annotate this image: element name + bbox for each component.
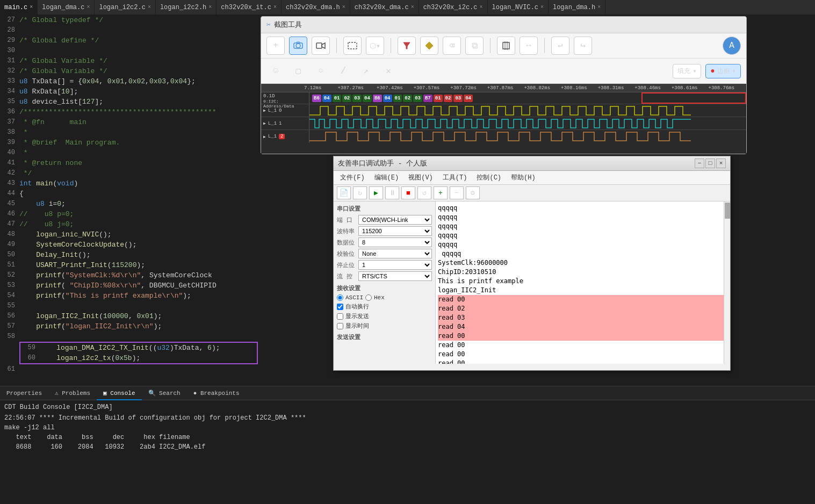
tab-breakpoints[interactable]: ● Breakpoints — [187, 386, 246, 400]
circle-shape-button[interactable]: ○ — [312, 62, 330, 80]
code-line-59: 59 logan_DMA_I2C2_TX_Init((u32)TxData, 6… — [20, 343, 257, 353]
add-button[interactable]: + — [266, 37, 285, 55]
close-icon[interactable]: × — [30, 4, 33, 10]
line-shape-button[interactable]: / — [334, 62, 352, 80]
tb-play-btn[interactable]: ▶ — [369, 186, 383, 199]
parity-select[interactable]: None — [358, 249, 432, 258]
auto-newline-checkbox[interactable] — [337, 304, 343, 310]
code-line-54: 54 printf("This is printf example\r\n"); — [0, 291, 258, 301]
menu-tools[interactable]: 工具(T) — [438, 172, 472, 183]
tab-ch32v20x-i2c-c[interactable]: ch32v20x_i2c.c × — [419, 0, 488, 15]
menu-view[interactable]: 视图(V) — [404, 172, 437, 183]
output-line highlight-red: read 03 — [438, 313, 728, 322]
tab-properties[interactable]: Properties — [0, 386, 48, 400]
arrow-shape-button[interactable]: ↗ — [357, 62, 375, 80]
show-time-checkbox[interactable] — [337, 323, 343, 329]
undo-button[interactable]: ↩ — [551, 37, 569, 55]
diamond-icon — [425, 41, 434, 50]
tb-new-btn[interactable]: 📄 — [337, 186, 351, 199]
serial-toolbar: 📄 ↻ ▶ ⏸ ■ ↺ + − ⚙ — [334, 185, 730, 201]
account-button[interactable]: A — [723, 37, 741, 55]
tab-logan-dma-c[interactable]: logan_dma.c × — [38, 0, 95, 15]
serial-window: 友善串口调试助手 - 个人版 − □ × 文件(F) 编辑(E) 视图(V) 工… — [333, 156, 731, 371]
eraser-button[interactable]: ⌫ — [443, 37, 461, 55]
shape-select-button[interactable]: ⬡▾ — [366, 37, 384, 55]
line-content: printf("SystemClk:%d\r\n", SystemCoreClo… — [19, 270, 212, 280]
menu-control[interactable]: 控制(C) — [472, 172, 506, 183]
scrollbar-thumb[interactable] — [725, 203, 730, 219]
tab-search[interactable]: 🔍 Search — [142, 386, 187, 400]
baud-select[interactable]: 115200 — [358, 226, 432, 236]
tab-problems[interactable]: ⚠ Problems — [48, 386, 97, 400]
stopbits-select[interactable]: 1 — [358, 260, 432, 270]
square-shape-button[interactable]: ▢ — [289, 62, 307, 80]
hex-radio[interactable] — [365, 294, 372, 301]
console-line-3: text data bss dec hex filename — [4, 433, 811, 442]
line-number: 60 — [20, 353, 40, 363]
close-icon[interactable]: × — [540, 4, 544, 10]
packet-b6: B6 — [312, 95, 321, 102]
transform-button[interactable]: ↔ — [520, 37, 538, 55]
smiley-button[interactable]: ☺ — [266, 62, 285, 80]
tb-refresh-btn[interactable]: ↺ — [417, 186, 431, 199]
camera-button[interactable] — [289, 37, 307, 55]
tb-stop-btn[interactable]: ■ — [401, 186, 415, 199]
video-button[interactable] — [312, 37, 330, 55]
output-line: qqqqq — [438, 240, 728, 249]
line-number: 37 — [0, 117, 19, 127]
menu-file[interactable]: 文件(F) — [336, 172, 369, 183]
close-icon[interactable]: × — [273, 4, 277, 10]
close-icon[interactable]: × — [208, 4, 212, 10]
fill-button[interactable]: 填充 ▾ — [673, 64, 701, 78]
code-line-30: 30 — [0, 46, 258, 56]
close-icon[interactable]: × — [597, 4, 601, 10]
port-select[interactable]: COM9(WCH-Link — [358, 215, 432, 225]
tab-main-c[interactable]: main.c × — [0, 0, 38, 15]
code-line-57: 57 printf("logan_IIC2_Init\r\n"); — [0, 321, 258, 332]
diamond-button[interactable] — [420, 37, 438, 55]
close-icon[interactable]: × — [411, 4, 414, 10]
tab-logan-nvic-c[interactable]: logan_NVIC.c × — [488, 0, 549, 15]
flowctrl-select[interactable]: RTS/CTS — [358, 271, 432, 281]
tb-pause-btn[interactable]: ⏸ — [385, 186, 399, 199]
menu-edit[interactable]: 编辑(E) — [370, 172, 403, 183]
serial-scrollbar[interactable] — [724, 201, 730, 364]
maximize-button[interactable]: □ — [705, 159, 715, 168]
show-send-checkbox[interactable] — [337, 313, 343, 320]
line-content: u8 RxData[10]; — [19, 87, 78, 97]
code-line-29: 29 /* Global define */ — [0, 35, 258, 46]
auto-newline-label: 自动换行 — [345, 303, 369, 311]
tab-ch32v20x-dma-h[interactable]: ch32v20x_dma.h × — [282, 0, 350, 15]
close-icon[interactable]: × — [480, 4, 483, 10]
timestamp-12: +308.76ms — [709, 85, 735, 91]
close-icon[interactable]: × — [148, 4, 151, 10]
databits-select[interactable]: 8 — [358, 237, 432, 247]
redo-button[interactable]: ↪ — [574, 37, 592, 55]
rect-select-button[interactable] — [343, 37, 362, 55]
ascii-radio[interactable] — [337, 294, 343, 301]
line-number: 56 — [0, 311, 19, 321]
funnel-button[interactable] — [398, 37, 416, 55]
crop-button[interactable] — [497, 37, 515, 55]
close-button[interactable]: × — [716, 159, 726, 168]
copy-button[interactable]: ⧉ — [465, 37, 484, 55]
tab-ch32v20x-dma-c[interactable]: ch32v20x_dma.c × — [350, 0, 419, 15]
border-button[interactable]: ● 边框 ▾ — [705, 64, 741, 78]
tb-add-btn[interactable]: + — [434, 186, 448, 199]
tab-logan-dma-h[interactable]: logan_dma.h × — [549, 0, 605, 15]
la-ch2-waveform — [309, 117, 746, 129]
cross-shape-button[interactable]: ✕ — [379, 62, 398, 80]
tb-loop-btn[interactable]: ↻ — [353, 186, 367, 199]
flowctrl-label: 流 控 — [337, 272, 356, 280]
tab-console[interactable]: ▣ Console — [97, 386, 141, 400]
close-icon[interactable]: × — [342, 4, 345, 10]
minimize-button[interactable]: − — [695, 159, 704, 168]
tab-logan-i2c2-h[interactable]: logan_i2c2.h × — [156, 0, 217, 15]
tb-minus-btn[interactable]: − — [450, 186, 464, 199]
close-icon[interactable]: × — [86, 4, 90, 10]
tb-settings-btn[interactable]: ⚙ — [466, 186, 480, 199]
tab-ch32v20x-it-c[interactable]: ch32v20x_it.c × — [217, 0, 282, 15]
menu-help[interactable]: 帮助(H) — [507, 172, 540, 183]
timestamp-6: +307.87ms — [487, 85, 514, 91]
tab-logan-i2c2-c[interactable]: logan_i2c2.c × — [95, 0, 155, 15]
